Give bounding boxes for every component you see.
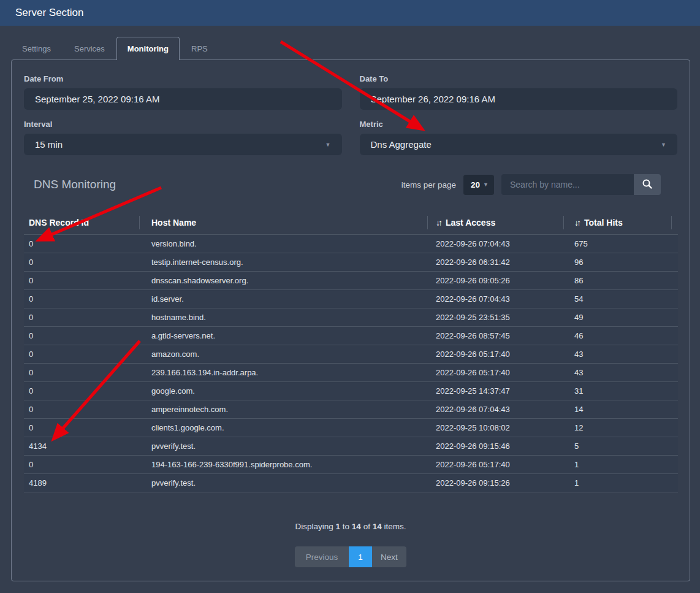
summary-from: 1 — [336, 522, 341, 531]
pagination: Previous 1 Next — [24, 546, 677, 567]
table-controls: items per page 20 ▼ — [401, 174, 661, 195]
table-row: 4189pvverify.test.2022-09-26 09:15:261 — [24, 473, 678, 492]
table-cell: 0 — [24, 294, 140, 304]
next-page-button[interactable]: Next — [372, 546, 406, 567]
tab-monitoring[interactable]: Monitoring — [116, 37, 180, 60]
date-to-input[interactable] — [360, 88, 678, 110]
search-icon — [642, 178, 653, 191]
table-cell: 2022-09-26 05:17:40 — [428, 460, 564, 469]
table-row: 0id.server.2022-09-26 07:04:4354 — [24, 289, 678, 308]
table-cell: 2022-09-26 07:04:43 — [428, 239, 564, 248]
monitoring-panel: Date From Date To Interval 15 min ▼ Metr… — [11, 59, 690, 581]
table-row: 0194-163-166-239-6330f991.spiderprobe.co… — [24, 455, 678, 473]
current-page-button[interactable]: 1 — [349, 546, 372, 567]
summary-total: 14 — [373, 522, 382, 531]
table-cell: 194-163-166-239-6330f991.spiderprobe.com… — [140, 460, 428, 469]
column-label: Total Hits — [584, 218, 623, 228]
summary-text: Displaying — [295, 522, 333, 531]
pagination-group: Previous 1 Next — [295, 546, 406, 567]
search-button[interactable] — [634, 174, 661, 195]
interval-select[interactable]: 15 min ▼ — [24, 134, 342, 155]
table-cell: pvverify.test. — [140, 442, 428, 451]
table-cell: 0 — [24, 239, 140, 248]
summary-text: items. — [384, 522, 406, 531]
table-cell: 2022-09-26 06:31:42 — [428, 258, 564, 267]
table-row: 0239.166.163.194.in-addr.arpa.2022-09-26… — [24, 363, 678, 381]
filter-form: Date From Date To Interval 15 min ▼ Metr… — [24, 74, 677, 155]
page-title: Server Section — [15, 7, 84, 19]
table-cell: 2022-09-26 05:17:40 — [428, 350, 564, 359]
table-cell: 0 — [24, 423, 140, 432]
interval-select-value: 15 min — [35, 139, 63, 150]
table-cell: 1 — [564, 460, 672, 469]
table-cell: 2022-09-26 09:15:26 — [428, 478, 564, 488]
table-cell: 0 — [24, 386, 140, 396]
table-cell: 239.166.163.194.in-addr.arpa. — [140, 368, 428, 377]
table-cell: 12 — [564, 423, 672, 432]
date-from-input[interactable] — [24, 88, 342, 110]
sort-icon: ↓↑ — [574, 218, 579, 228]
table-cell: google.com. — [140, 386, 428, 396]
table-section-header: DNS Monitoring items per page 20 ▼ — [24, 174, 677, 195]
interval-field-group: Interval 15 min ▼ — [24, 120, 342, 155]
column-header-dns-record-id: DNS Record Id — [24, 216, 140, 229]
table-cell: ampereinnotech.com. — [140, 405, 428, 414]
table-header-row: DNS Record Id Host Name ↓↑ Last Access ↓… — [24, 211, 677, 234]
table-cell: 675 — [564, 239, 672, 248]
table-cell: 2022-09-25 14:37:47 — [428, 386, 564, 396]
table-cell: 0 — [24, 258, 140, 267]
table-cell: 2022-09-26 07:04:43 — [428, 294, 564, 304]
items-per-page-select[interactable]: 20 ▼ — [463, 175, 494, 195]
column-header-last-access[interactable]: ↓↑ Last Access — [428, 216, 564, 229]
metric-select[interactable]: Dns Aggregate ▼ — [360, 134, 678, 155]
previous-page-button[interactable]: Previous — [295, 546, 349, 567]
table-cell: 0 — [24, 350, 140, 359]
table-cell: 43 — [564, 350, 672, 359]
summary-text: of — [363, 522, 370, 531]
table-cell: 0 — [24, 276, 140, 285]
table-cell: 1 — [564, 478, 672, 488]
table-cell: 96 — [564, 258, 672, 267]
column-label: Last Access — [446, 218, 495, 228]
tab-services[interactable]: Services — [63, 38, 116, 59]
table-cell: id.server. — [140, 294, 428, 304]
tab-rps[interactable]: RPS — [180, 38, 219, 59]
table-cell: 4134 — [24, 442, 140, 451]
column-header-total-hits[interactable]: ↓↑ Total Hits — [564, 216, 672, 229]
table-cell: 54 — [564, 294, 672, 304]
table-cell: testip.internet-census.org. — [140, 258, 428, 267]
date-to-field-group: Date To — [360, 74, 678, 110]
chevron-down-icon: ▼ — [325, 142, 331, 148]
column-label: DNS Record Id — [29, 218, 89, 228]
table-cell: 0 — [24, 460, 140, 469]
table-cell: 2022-09-26 09:05:26 — [428, 276, 564, 285]
table-cell: 31 — [564, 386, 672, 396]
metric-label: Metric — [360, 120, 678, 129]
table-row: 0google.com.2022-09-25 14:37:4731 — [24, 381, 678, 400]
summary-to: 14 — [352, 522, 361, 531]
table-cell: 0 — [24, 368, 140, 377]
table-row: 4134pvverify.test.2022-09-26 09:15:465 — [24, 437, 678, 455]
table-cell: 49 — [564, 313, 672, 322]
table-cell: 2022-09-26 09:15:46 — [428, 442, 564, 451]
column-label: Host Name — [151, 218, 196, 228]
table-cell: 2022-09-25 10:08:02 — [428, 423, 564, 432]
table-cell: version.bind. — [140, 239, 428, 248]
page: Server Section Settings Services Monitor… — [0, 0, 700, 593]
search-input[interactable] — [501, 174, 634, 195]
dns-table: DNS Record Id Host Name ↓↑ Last Access ↓… — [24, 211, 677, 492]
table-cell: 2022-09-25 23:51:35 — [428, 313, 564, 322]
table-cell: 4189 — [24, 478, 140, 488]
search-group — [501, 174, 661, 195]
section-title: DNS Monitoring — [34, 178, 116, 191]
table-row: 0ampereinnotech.com.2022-09-26 07:04:431… — [24, 400, 678, 418]
table-cell: 43 — [564, 368, 672, 377]
tab-settings[interactable]: Settings — [10, 38, 63, 59]
table-cell: a.gtld-servers.net. — [140, 331, 428, 340]
table-cell: clients1.google.com. — [140, 423, 428, 432]
displaying-summary: Displaying 1 to 14 of 14 items. — [24, 522, 677, 531]
table-body: 0version.bind.2022-09-26 07:04:436750tes… — [24, 234, 678, 492]
date-from-field-group: Date From — [24, 74, 342, 110]
table-cell: 2022-09-26 08:57:45 — [428, 331, 564, 340]
chevron-down-icon: ▼ — [483, 182, 489, 188]
